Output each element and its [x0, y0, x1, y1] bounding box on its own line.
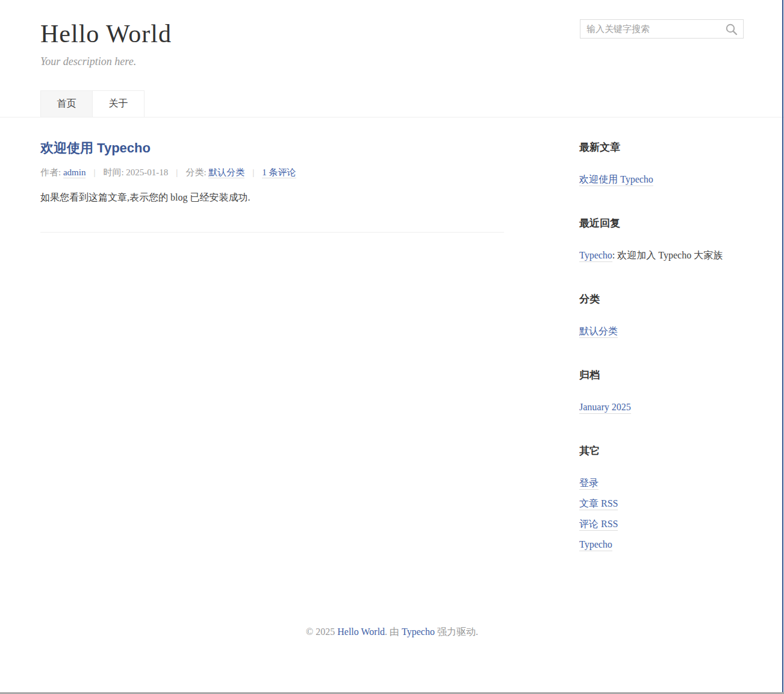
post-divider [40, 232, 504, 233]
post-rss-link[interactable]: 文章 RSS [579, 498, 618, 510]
meta-separator: | [93, 167, 95, 177]
window-right-edge-line [782, 0, 783, 694]
main-nav: 首页 关于 [40, 90, 744, 117]
widget-archives: 归档 January 2025 [579, 368, 744, 417]
list-item: 默认分类 [579, 321, 744, 342]
widget-categories: 分类 默认分类 [579, 292, 744, 342]
search-icon[interactable] [725, 23, 738, 36]
list-item: Typecho [579, 534, 744, 555]
post-title-link[interactable]: 欢迎使用 Typecho [40, 140, 151, 155]
recent-post-link[interactable]: 欢迎使用 Typecho [579, 174, 653, 186]
list-item: Typecho: 欢迎加入 Typecho 大家族 [579, 245, 744, 266]
site-title-link[interactable]: Hello World [40, 20, 172, 48]
copyright-text: © 2025 [306, 627, 337, 637]
post-body: 如果您看到这篇文章,表示您的 blog 已经安装成功. [40, 191, 504, 204]
nav-tab-home[interactable]: 首页 [40, 90, 93, 117]
site-description: Your description here. [40, 55, 744, 68]
widget-categories-heading: 分类 [579, 292, 744, 306]
footer-middle-text: . 由 [385, 627, 402, 637]
author-label: 作者: [40, 167, 63, 177]
widget-recent-posts: 最新文章 欢迎使用 Typecho [579, 140, 744, 190]
footer-suffix-text: 强力驱动. [435, 627, 478, 637]
typecho-link[interactable]: Typecho [579, 539, 612, 551]
category-link[interactable]: 默认分类 [208, 167, 244, 178]
footer-site-link[interactable]: Hello World [337, 627, 385, 637]
list-item: 登录 [579, 473, 744, 493]
sidebar: 最新文章 欢迎使用 Typecho 最近回复 Typecho: 欢迎加入 Typ… [579, 140, 744, 581]
widget-misc: 其它 登录 文章 RSS 评论 RSS Typecho [579, 444, 744, 555]
time-label: 时间: [103, 167, 126, 177]
post-title: 欢迎使用 Typecho [40, 140, 504, 156]
login-link[interactable]: 登录 [579, 478, 599, 490]
list-item: 文章 RSS [579, 493, 744, 514]
widget-misc-heading: 其它 [579, 444, 744, 458]
category-sidebar-link[interactable]: 默认分类 [579, 326, 618, 338]
widget-recent-posts-heading: 最新文章 [579, 140, 744, 154]
post: 欢迎使用 Typecho 作者: admin|时间: 2025-01-18|分类… [40, 140, 504, 204]
reply-author-link[interactable]: Typecho [579, 250, 612, 262]
list-item: 欢迎使用 Typecho [579, 169, 744, 190]
post-meta: 作者: admin|时间: 2025-01-18|分类: 默认分类|1 条评论 [40, 167, 504, 178]
category-label: 分类: [185, 167, 208, 177]
widget-recent-replies: 最近回复 Typecho: 欢迎加入 Typecho 大家族 [579, 216, 744, 266]
widget-archives-heading: 归档 [579, 368, 744, 382]
post-date: 2025-01-18 [126, 167, 168, 177]
list-item: 评论 RSS [579, 514, 744, 534]
meta-separator: | [252, 167, 254, 177]
archive-link[interactable]: January 2025 [579, 402, 631, 414]
meta-separator: | [176, 167, 178, 177]
author-link[interactable]: admin [63, 167, 86, 178]
site-footer: © 2025 Hello World. 由 Typecho 强力驱动. [0, 626, 784, 639]
nav-tab-about[interactable]: 关于 [92, 90, 145, 117]
site-header: Hello World Your description here. 首页 关于 [0, 0, 784, 117]
main-column: 欢迎使用 Typecho 作者: admin|时间: 2025-01-18|分类… [40, 140, 504, 233]
content-area: 欢迎使用 Typecho 作者: admin|时间: 2025-01-18|分类… [40, 117, 744, 581]
list-item: January 2025 [579, 397, 744, 417]
comments-link[interactable]: 1 条评论 [262, 167, 296, 178]
footer-engine-link[interactable]: Typecho [402, 627, 435, 637]
comment-rss-link[interactable]: 评论 RSS [579, 519, 618, 531]
widget-recent-replies-heading: 最近回复 [579, 216, 744, 230]
reply-text: : 欢迎加入 Typecho 大家族 [612, 250, 723, 260]
search-input[interactable] [580, 20, 743, 38]
search-box [580, 19, 744, 39]
